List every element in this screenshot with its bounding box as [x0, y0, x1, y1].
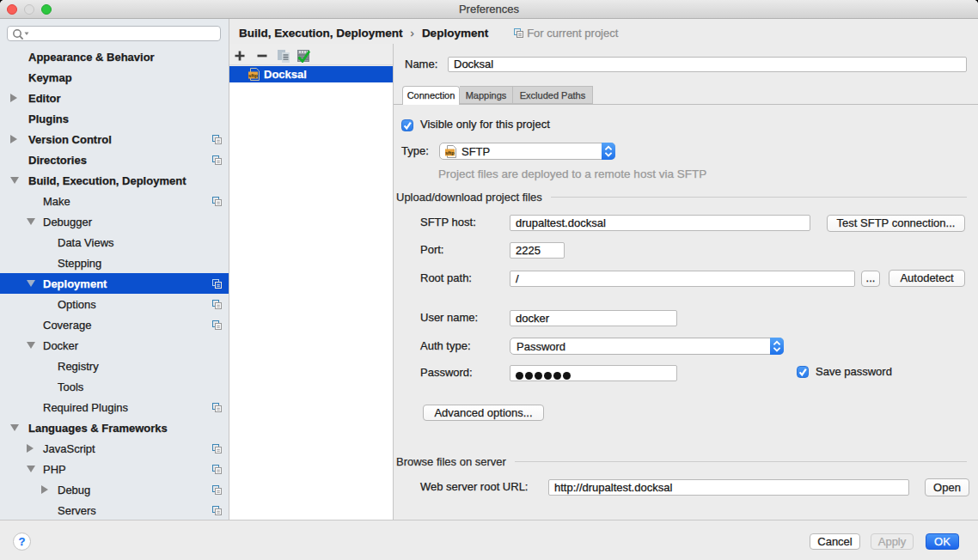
svg-text:sftp: sftp: [248, 73, 258, 78]
svg-text:sftp: sftp: [445, 150, 455, 155]
